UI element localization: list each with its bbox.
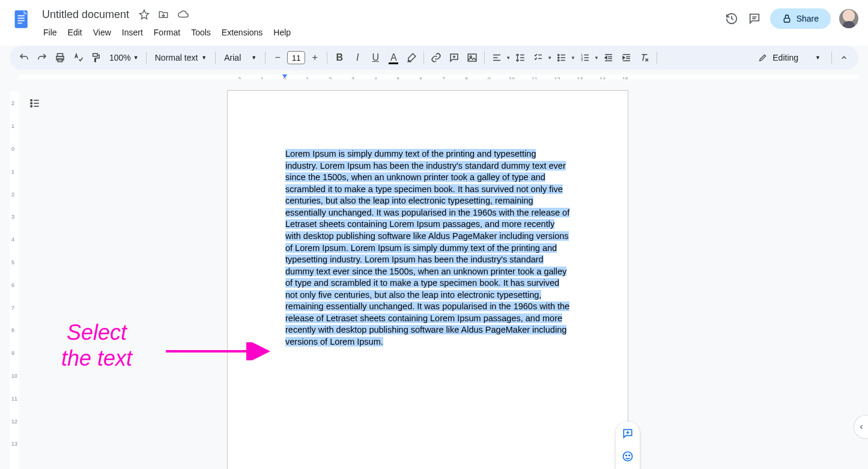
menu-edit[interactable]: Edit (63, 25, 87, 40)
redo-button[interactable] (34, 49, 50, 66)
svg-point-54 (626, 455, 627, 456)
title-area: Untitled document File Edit View Insert … (38, 5, 724, 40)
share-button[interactable]: Share (770, 8, 831, 29)
spellcheck-button[interactable] (70, 49, 86, 66)
insert-image-button[interactable] (464, 49, 481, 66)
header: Untitled document File Edit View Insert … (0, 0, 868, 46)
text-color-button[interactable]: A (385, 49, 402, 66)
emoji-react-button[interactable] (619, 448, 636, 465)
svg-rect-14 (468, 54, 476, 61)
svg-point-53 (624, 452, 633, 461)
page-content[interactable]: Lorem Ipsum is simply dummy text of the … (228, 91, 628, 348)
menu-extensions[interactable]: Extensions (217, 25, 267, 40)
collapse-toolbar-button[interactable] (836, 49, 852, 66)
highlight-button[interactable] (403, 49, 420, 66)
comments-icon[interactable] (747, 11, 762, 26)
pencil-icon (758, 53, 768, 62)
editor-area: 21012345678910111213 Lorem Ipsum is simp… (0, 79, 868, 469)
undo-button[interactable] (16, 49, 32, 66)
font-dropdown[interactable]: Arial▼ (219, 53, 261, 62)
svg-rect-1 (17, 15, 24, 16)
cloud-status-icon[interactable] (177, 9, 189, 20)
decrease-fontsize-button[interactable]: − (269, 49, 286, 66)
add-comment-button[interactable] (446, 49, 463, 66)
separator (215, 52, 216, 64)
docs-logo[interactable] (10, 7, 34, 31)
svg-rect-2 (17, 18, 24, 19)
svg-point-24 (558, 54, 559, 55)
paragraph-style-dropdown[interactable]: Normal text▼ (150, 53, 212, 62)
paint-format-button[interactable] (88, 49, 105, 66)
toolbar: 100%▼ Normal text▼ Arial▼ − + B I U A ▼ … (10, 46, 858, 70)
separator (146, 52, 147, 64)
separator (484, 52, 485, 64)
svg-text:3: 3 (581, 58, 583, 62)
font-value: Arial (224, 53, 241, 62)
decrease-indent-button[interactable] (600, 49, 617, 66)
fontsize-input[interactable] (287, 51, 305, 64)
avatar[interactable] (839, 9, 858, 28)
svg-point-45 (31, 103, 32, 104)
svg-point-26 (558, 59, 559, 61)
side-actions (616, 422, 640, 469)
svg-rect-7 (784, 18, 789, 22)
page[interactable]: Lorem Ipsum is simply dummy text of the … (227, 90, 628, 469)
menu-help[interactable]: Help (269, 25, 296, 40)
menu-file[interactable]: File (38, 25, 62, 40)
separator (831, 52, 832, 64)
menu-bar: File Edit View Insert Format Tools Exten… (38, 25, 724, 40)
bulleted-list-button[interactable] (553, 49, 570, 66)
selected-text[interactable]: Lorem Ipsum is simply dummy text of the … (285, 149, 569, 346)
history-icon[interactable] (724, 11, 739, 26)
svg-point-44 (31, 100, 32, 101)
print-button[interactable] (52, 49, 68, 66)
checklist-button[interactable] (530, 49, 547, 66)
editing-mode-dropdown[interactable]: Editing ▼ (751, 53, 828, 62)
separator (327, 52, 327, 64)
underline-button[interactable]: U (367, 49, 384, 66)
style-value: Normal text (155, 53, 198, 62)
clear-format-button[interactable] (636, 49, 653, 66)
document-title[interactable]: Untitled document (38, 7, 133, 22)
svg-point-46 (31, 106, 32, 107)
separator (423, 52, 424, 64)
bold-button[interactable]: B (331, 49, 348, 66)
separator (657, 52, 657, 64)
zoom-value: 100% (109, 53, 131, 62)
share-label: Share (797, 14, 819, 23)
mode-label: Editing (772, 53, 798, 62)
star-icon[interactable] (139, 9, 150, 20)
increase-indent-button[interactable] (618, 49, 635, 66)
add-comment-side-button[interactable] (619, 425, 636, 442)
svg-rect-11 (93, 53, 98, 56)
annotation-line1: Select (61, 319, 132, 345)
link-button[interactable] (428, 49, 445, 66)
increase-fontsize-button[interactable]: + (306, 49, 323, 66)
menu-view[interactable]: View (88, 25, 116, 40)
numbered-list-button[interactable]: 123 (577, 49, 593, 66)
svg-point-25 (558, 57, 559, 58)
svg-rect-4 (17, 23, 22, 24)
annotation-label: Select the text (61, 319, 132, 371)
side-panel-toggle[interactable] (854, 415, 868, 439)
menu-tools[interactable]: Tools (186, 25, 216, 40)
italic-button[interactable]: I (349, 49, 366, 66)
menu-format[interactable]: Format (149, 25, 185, 40)
header-right: Share (724, 8, 858, 29)
line-spacing-button[interactable] (512, 49, 529, 66)
move-icon[interactable] (158, 9, 169, 20)
zoom-dropdown[interactable]: 100%▼ (106, 53, 142, 62)
vertical-ruler[interactable]: 21012345678910111213 (10, 91, 19, 469)
annotation-line2: the text (61, 345, 132, 371)
svg-point-55 (629, 455, 630, 456)
outline-button[interactable] (26, 95, 43, 112)
lock-icon (782, 14, 792, 23)
svg-rect-3 (17, 20, 24, 22)
menu-insert[interactable]: Insert (117, 25, 148, 40)
separator (265, 52, 266, 64)
align-button[interactable] (488, 49, 505, 66)
